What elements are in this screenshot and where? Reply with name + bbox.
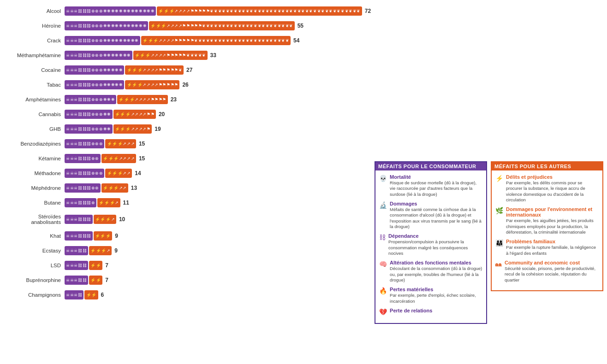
- bar-container: ☠☠☠⛓⛓⛓ ⚡⚡⚡↗ 10: [65, 215, 371, 224]
- bar-container: ☠☠☠⛓⛓⛓⊗⊗⊗❋❋ ⚡⚡⚡↗↗↗↗⚑⚑ 20: [65, 110, 371, 119]
- drug-row: Cannabis ☠☠☠⛓⛓⛓⊗⊗⊗❋❋ ⚡⚡⚡↗↗↗↗⚑⚑ 20: [5, 108, 371, 121]
- legend-text-block: Délits et préjudices Par exemple, les dé…: [506, 174, 599, 203]
- legend-item-desc: Propension/compulsion à poursuivre la co…: [388, 239, 482, 256]
- legend-item-desc: Méfaits de santé comme la cirrhose due à…: [390, 207, 482, 229]
- drug-row: Amphétamines ☠☠☠⛓⛓⛓⊗⊗⊗❋❋❋ ⚡⚡⚡↗↗↗↗⚑⚑⚑⚑ 23: [5, 93, 371, 106]
- drug-row: Buprénorphine ☠☠☠⛓⛓ ⚡⚡ 7: [5, 274, 371, 287]
- consumer-items: 💀 Mortalité Risque de surdose mortelle (…: [379, 174, 482, 316]
- legend-item-icon: 💔: [379, 308, 387, 316]
- legend-item-title: Community and economic cost: [505, 260, 599, 265]
- legend-item: 🧠 Altération des fonctions mentales Déco…: [379, 260, 482, 283]
- others-legend-title: MÉFAITS POUR LES AUTRES: [492, 162, 602, 170]
- drug-label: Amphétamines: [5, 97, 65, 102]
- legend-item-desc: Par exemple la rupture familiale, la nég…: [506, 245, 599, 256]
- consumer-legend-title: MÉFAITS POUR LE CONSOMMATEUR: [375, 162, 486, 170]
- bar-container: ☠☠☠⛓⛓⛓⊗⊗ ⚡⚡⚡↗↗↗↗ 15: [65, 154, 371, 163]
- drug-row: Méphédrone ☠☠☠⛓⛓⛓⊗⊗ ⚡⚡⚡↗↗ 13: [5, 182, 371, 194]
- legend-item-desc: Par exemple, perte d'emploi, échec scola…: [390, 293, 482, 304]
- drug-label: Tabac: [5, 82, 65, 88]
- drug-row: Alcool ☠☠☠⛓⛓⛓⊗⊗⊗❋❋❋❋❋❋❋❋❋❋❋❋❋ ⚡⚡⚡↗↗↗↗⚑⚑⚑…: [5, 5, 371, 18]
- drug-label: GHB: [5, 126, 65, 132]
- legend-text-block: Problèmes familiaux Par exemple la ruptu…: [506, 239, 599, 256]
- legend-text-block: Mortalité Risque de surdose mortelle (dû…: [390, 174, 482, 197]
- bar-container: ☠☠☠⛓⛓⛓⊗⊗⊗❋❋❋❋❋ ⚡⚡⚡↗↗↗↗⚑⚑⚑⚑⚑ 26: [65, 80, 371, 89]
- drug-label: Cannabis: [5, 112, 65, 117]
- bar-container: ☠☠☠⛓⛓⛓⊗⊗⊗❋❋❋❋❋❋❋❋❋❋❋❋❋ ⚡⚡⚡↗↗↗↗⚑⚑⚑⚑⚑❦❦❦❦❦…: [65, 6, 371, 16]
- legend-item-title: Pertes matérielles: [390, 287, 482, 292]
- drug-label: Champignons: [5, 292, 65, 298]
- drug-row: LSD ☠☠☠⛓⛓ ⚡⚡ 7: [5, 259, 371, 272]
- drug-row: Butane ☠☠☠⛓⛓⛓⊗ ⚡⚡⚡↗ 11: [5, 196, 371, 209]
- drug-row: Méthamphétamine ☠☠☠⛓⛓⛓⊗⊗⊗❋❋❋❋❋❋❋ ⚡⚡⚡↗↗↗↗…: [5, 49, 371, 62]
- legend-item-icon: ⚡: [495, 175, 503, 182]
- drug-row: Khat ☠☠☠⛓⛓⛓ ⚡⚡⚡ 9: [5, 229, 371, 242]
- legend-text-block: Perte de relations: [390, 308, 432, 314]
- drug-row: Kétamine ☠☠☠⛓⛓⛓⊗⊗ ⚡⚡⚡↗↗↗↗ 15: [5, 152, 371, 165]
- drug-label: Cocaïne: [5, 67, 65, 73]
- bar-container: ☠☠☠⛓⛓⛓⊗⊗ ⚡⚡⚡↗↗ 13: [65, 183, 371, 193]
- legend-item-icon: 🧠: [379, 260, 387, 268]
- bar-container: ☠☠☠⛓⛓⛓⊗⊗⊗❋❋❋ ⚡⚡⚡↗↗↗↗⚑⚑⚑⚑ 23: [65, 95, 371, 104]
- legend-item-desc: Risque de surdose mortelle (dû à la drog…: [390, 180, 482, 197]
- legend-item-title: Dépendance: [388, 233, 482, 239]
- drug-row: Méthadone ☠☠☠⛓⛓⛓⊗⊗⊗ ⚡⚡⚡↗↗ 14: [5, 167, 371, 180]
- legend-item-desc: Par exemple, les aiguilles jetées, les p…: [506, 218, 599, 235]
- drug-row: Benzodiazépines ☠☠☠⛓⛓⛓⊗⊗⊗ ⚡⚡⚡↗↗↗ 15: [5, 137, 371, 150]
- drug-label: Méphédrone: [5, 185, 65, 191]
- bar-container: ☠☠☠⛓⛓⛓⊗⊗⊗ ⚡⚡⚡↗↗ 14: [65, 169, 371, 178]
- drug-row: Cocaïne ☠☠☠⛓⛓⛓⊗⊗⊗❋❋❋❋❋ ⚡⚡⚡↗↗↗↗⚑⚑⚑⚑⚑❦ 27: [5, 64, 371, 76]
- legend-text-block: Altération des fonctions mentales Découl…: [390, 260, 482, 283]
- drug-row: Stéroïdesanabolisants ☠☠☠⛓⛓⛓ ⚡⚡⚡↗ 10: [5, 211, 371, 228]
- legend-item: 🌿 Dommages pour l'environnement et inter…: [495, 206, 599, 235]
- drug-label: Kétamine: [5, 156, 65, 161]
- drug-label: Benzodiazépines: [5, 141, 65, 147]
- drug-label: Stéroïdesanabolisants: [5, 214, 65, 225]
- legend-section: MÉFAITS POUR LE CONSOMMATEUR 💀 Mortalité…: [371, 5, 607, 324]
- drug-label: LSD: [5, 263, 65, 268]
- others-items: ⚡ Délits et préjudices Par exemple, les …: [495, 174, 599, 283]
- drug-row: Héroïne ☠☠☠⛓⛓⛓⊗⊗⊗❋❋❋❋❋❋❋❋❋❋❋ ⚡⚡⚡↗↗↗↗⚑⚑⚑⚑…: [5, 19, 371, 32]
- legend-item-title: Dommages: [390, 201, 482, 206]
- legend-item: ⛓ Dépendance Propension/compulsion à pou…: [379, 233, 482, 256]
- legend-item: ⚡ Délits et préjudices Par exemple, les …: [495, 174, 599, 203]
- drug-row: Crack ☠☠☠⛓⛓⛓⊗⊗⊗❋❋❋❋❋❋❋❋❋ ⚡⚡⚡↗↗↗↗⚑⚑⚑⚑⚑❦❦❦…: [5, 34, 371, 47]
- bar-container: ☠☠☠⛓⛓ ⚡⚡ 7: [65, 276, 371, 285]
- legend-item: 🔥 Pertes matérielles Par exemple, perte …: [379, 287, 482, 304]
- drug-label: Alcool: [5, 8, 65, 14]
- chart-section: Alcool ☠☠☠⛓⛓⛓⊗⊗⊗❋❋❋❋❋❋❋❋❋❋❋❋❋ ⚡⚡⚡↗↗↗↗⚑⚑⚑…: [0, 5, 371, 324]
- drug-row: Ecstasy ☠☠☠⛓⛓ ⚡⚡⚡↗ 9: [5, 244, 371, 257]
- others-legend: MÉFAITS POUR LES AUTRES ⚡ Délits et préj…: [491, 161, 603, 291]
- drug-label: Butane: [5, 200, 65, 205]
- bar-container: ☠☠☠⛓⛓⛓⊗⊗⊗❋❋❋❋❋❋❋❋❋ ⚡⚡⚡↗↗↗↗⚑⚑⚑⚑⚑❦❦❦❦❦❦❦❦❦…: [65, 36, 371, 45]
- drug-label: Ecstasy: [5, 248, 65, 253]
- drug-label: Crack: [5, 38, 65, 43]
- bar-container: ☠☠☠⛓⛓⛓⊗⊗⊗❋❋ ⚡⚡⚡↗↗↗↗⚑ 19: [65, 124, 371, 134]
- legend-item: 🔬 Dommages Méfaits de santé comme la cir…: [379, 201, 482, 229]
- bar-container: ☠☠☠⛓⛓ ⚡⚡⚡↗ 9: [65, 246, 371, 255]
- legend-item-title: Délits et préjudices: [506, 174, 599, 180]
- legend-item: 👨‍👩‍👧 Problèmes familiaux Par exemple la…: [495, 239, 599, 256]
- legend-item: 💔 Perte de relations: [379, 308, 482, 316]
- legend-text-block: Community and economic cost Sécurité soc…: [505, 260, 599, 283]
- legend-item-icon: ⛓: [379, 234, 386, 241]
- legend-item-icon: 🌿: [495, 207, 503, 214]
- bar-container: ☠☠☠⛓⛓⛓⊗⊗⊗❋❋❋❋❋❋❋ ⚡⚡⚡↗↗↗↗⚑⚑⚑⚑⚑❦❦❦❦❦ 33: [65, 51, 371, 60]
- legend-item-title: Problèmes familiaux: [506, 239, 599, 244]
- drug-label: Buprénorphine: [5, 277, 65, 283]
- drug-label: Héroïne: [5, 23, 65, 29]
- drug-row: GHB ☠☠☠⛓⛓⛓⊗⊗⊗❋❋ ⚡⚡⚡↗↗↗↗⚑ 19: [5, 123, 371, 135]
- legend-item-icon: 👨‍👩‍👧: [495, 239, 503, 247]
- legend-item-icon: 💀: [379, 175, 387, 182]
- bar-container: ☠☠☠⛓⛓⛓ ⚡⚡⚡ 9: [65, 231, 371, 241]
- legend-item: 🏘 Community and economic cost Sécurité s…: [495, 260, 599, 283]
- legend-item-title: Altération des fonctions mentales: [390, 260, 482, 265]
- legend-item-desc: Sécurité sociale, prisons, perte de prod…: [505, 266, 599, 283]
- legend-item-icon: 🔬: [379, 201, 387, 209]
- legend-item-title: Dommages pour l'environnement et interna…: [506, 206, 599, 217]
- legend-item: 💀 Mortalité Risque de surdose mortelle (…: [379, 174, 482, 197]
- legend-item-title: Mortalité: [390, 174, 482, 180]
- legend-item-icon: 🔥: [379, 287, 387, 294]
- legend-item-title: Perte de relations: [390, 308, 432, 313]
- bar-container: ☠☠☠⛓⛓⛓⊗⊗⊗❋❋❋❋❋ ⚡⚡⚡↗↗↗↗⚑⚑⚑⚑⚑❦ 27: [65, 65, 371, 75]
- bar-container: ☠☠☠⛓⛓ ⚡⚡ 7: [65, 261, 371, 270]
